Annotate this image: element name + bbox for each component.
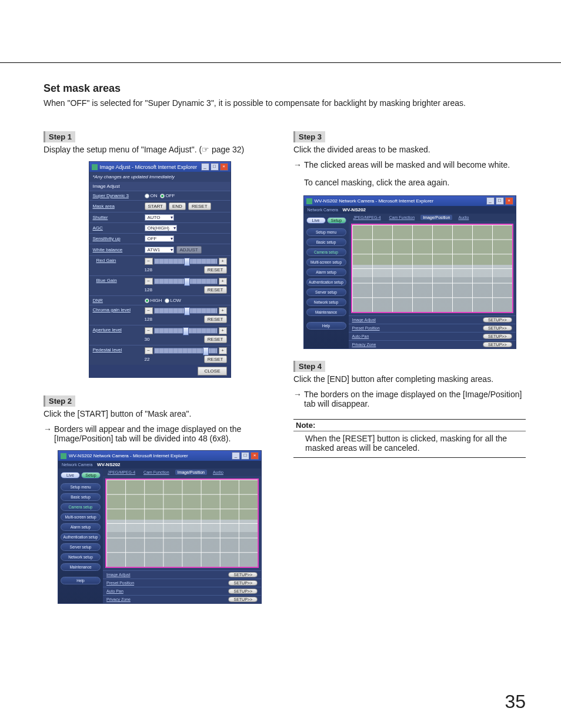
- link-auto-pan[interactable]: Auto Pan: [106, 589, 228, 593]
- link-auto-pan[interactable]: Auto Pan: [352, 334, 483, 338]
- side-setup-menu[interactable]: Setup menu: [61, 483, 101, 491]
- dnr-label[interactable]: DNR: [93, 298, 145, 303]
- aperture-slider[interactable]: [154, 328, 218, 334]
- close-button[interactable]: ×: [220, 163, 228, 171]
- chroma-reset[interactable]: RESET: [204, 315, 227, 323]
- chroma-minus[interactable]: −: [145, 307, 153, 314]
- dnr-low-radio[interactable]: LOW: [165, 298, 181, 303]
- shutter-label[interactable]: Shutter: [93, 215, 145, 220]
- side-multi[interactable]: Multi-screen setup: [61, 513, 101, 521]
- setup-btn-4[interactable]: SETUP>>: [228, 597, 258, 602]
- aperture-label[interactable]: Aperture level: [93, 327, 145, 343]
- mask-end-button[interactable]: END: [169, 202, 186, 210]
- aperture-reset[interactable]: RESET: [204, 335, 227, 343]
- live-button[interactable]: Live: [61, 472, 80, 478]
- dnr-high-radio[interactable]: HIGH: [145, 298, 162, 303]
- setup-btn-1[interactable]: SETUP>>: [483, 317, 512, 323]
- link-privacy-zone[interactable]: Privacy Zone: [352, 343, 483, 347]
- tab-image-position[interactable]: Image/Position: [175, 470, 207, 475]
- side-network[interactable]: Network setup: [306, 298, 346, 306]
- camui-max[interactable]: □: [496, 197, 504, 205]
- setup-btn-4[interactable]: SETUP>>: [483, 342, 512, 347]
- side-help[interactable]: Help: [61, 577, 101, 584]
- side-maint[interactable]: Maintenance: [306, 308, 346, 316]
- live-button[interactable]: Live: [306, 217, 326, 224]
- aperture-minus[interactable]: −: [145, 327, 153, 334]
- pedestal-label[interactable]: Pedestal level: [93, 347, 145, 363]
- side-multi[interactable]: Multi-screen setup: [306, 258, 346, 266]
- agc-select[interactable]: ON(HIGH): [145, 225, 177, 231]
- camui-close[interactable]: ×: [505, 197, 513, 205]
- link-image-adjust[interactable]: Image Adjust: [106, 573, 228, 577]
- side-auth[interactable]: Authentication setup: [61, 533, 101, 541]
- link-image-adjust[interactable]: Image Adjust: [352, 318, 483, 322]
- sd3-off-radio[interactable]: OFF: [160, 193, 175, 198]
- mask-start-button[interactable]: START: [145, 202, 166, 210]
- mask-reset-button[interactable]: RESET: [188, 202, 211, 210]
- side-network[interactable]: Network setup: [61, 553, 101, 561]
- pedestal-plus[interactable]: +: [219, 347, 227, 354]
- setup-btn-2[interactable]: SETUP>>: [228, 580, 258, 586]
- red-gain-minus[interactable]: −: [145, 258, 153, 265]
- tab-audio[interactable]: Audio: [211, 470, 226, 475]
- link-preset-position[interactable]: Preset Position: [106, 581, 228, 585]
- camui-max[interactable]: □: [241, 452, 249, 460]
- pedestal-slider[interactable]: [154, 348, 218, 354]
- side-camera[interactable]: Camera setup: [61, 503, 101, 511]
- setup-btn-3[interactable]: SETUP>>: [483, 334, 512, 339]
- sensitivity-label[interactable]: Sensitivity up: [93, 236, 145, 241]
- link-privacy-zone[interactable]: Privacy Zone: [106, 597, 228, 601]
- sd3-on-radio[interactable]: ON: [145, 193, 158, 198]
- blue-gain-label[interactable]: Blue Gain: [93, 278, 145, 294]
- camui-min[interactable]: _: [232, 452, 240, 460]
- tab-cam-func[interactable]: Cam Function: [387, 215, 418, 220]
- setup-btn-3[interactable]: SETUP>>: [228, 589, 258, 594]
- setup-button[interactable]: Setup: [327, 217, 346, 224]
- side-maint[interactable]: Maintenance: [61, 563, 101, 571]
- wb-adjust-button[interactable]: ADJUST: [176, 246, 202, 254]
- tab-audio[interactable]: Audio: [456, 215, 471, 220]
- setup-button[interactable]: Setup: [81, 472, 101, 478]
- tab-jpeg[interactable]: JPEG/MPEG-4: [351, 215, 383, 220]
- side-auth[interactable]: Authentication setup: [306, 278, 346, 286]
- tab-jpeg[interactable]: JPEG/MPEG-4: [105, 470, 138, 475]
- side-server[interactable]: Server setup: [306, 288, 346, 296]
- tab-image-position[interactable]: Image/Position: [420, 215, 452, 220]
- wb-label[interactable]: White balance: [93, 247, 145, 252]
- red-gain-label[interactable]: Red Gain: [93, 258, 145, 274]
- blue-gain-minus[interactable]: −: [145, 278, 153, 285]
- side-basic[interactable]: Basic setup: [306, 238, 346, 246]
- side-alarm[interactable]: Alarm setup: [61, 523, 101, 531]
- minimize-button[interactable]: _: [201, 163, 209, 171]
- blue-gain-plus[interactable]: +: [219, 278, 227, 285]
- maximize-button[interactable]: □: [211, 163, 219, 171]
- red-gain-reset[interactable]: RESET: [204, 266, 227, 274]
- side-basic[interactable]: Basic setup: [61, 493, 101, 501]
- chroma-slider[interactable]: [154, 308, 218, 314]
- setup-btn-1[interactable]: SETUP>>: [228, 572, 258, 577]
- wb-select[interactable]: ATW1: [145, 247, 174, 253]
- red-gain-plus[interactable]: +: [219, 258, 227, 265]
- sd3-label[interactable]: Super Dynamic 3: [93, 193, 145, 198]
- camui-min[interactable]: _: [486, 197, 495, 205]
- side-alarm[interactable]: Alarm setup: [306, 268, 346, 276]
- side-server[interactable]: Server setup: [61, 543, 101, 551]
- dialog-close-button[interactable]: CLOSE: [198, 367, 226, 375]
- side-camera[interactable]: Camera setup: [306, 248, 346, 256]
- red-gain-slider[interactable]: [154, 258, 218, 264]
- chroma-plus[interactable]: +: [219, 307, 227, 314]
- setup-btn-2[interactable]: SETUP>>: [483, 325, 512, 331]
- camui-close[interactable]: ×: [251, 452, 259, 460]
- pedestal-minus[interactable]: −: [145, 347, 153, 354]
- pedestal-reset[interactable]: RESET: [204, 355, 227, 363]
- blue-gain-reset[interactable]: RESET: [204, 286, 227, 294]
- side-setup-menu[interactable]: Setup menu: [306, 228, 346, 236]
- link-preset-position[interactable]: Preset Position: [352, 326, 483, 330]
- tab-cam-func[interactable]: Cam Function: [141, 470, 172, 475]
- aperture-plus[interactable]: +: [219, 327, 227, 334]
- side-help[interactable]: Help: [306, 322, 346, 330]
- sensitivity-select[interactable]: OFF: [145, 235, 174, 242]
- mask-area-label[interactable]: Mask area: [93, 204, 145, 209]
- video-grid-area[interactable]: [105, 478, 259, 568]
- shutter-select[interactable]: AUTO: [145, 214, 174, 221]
